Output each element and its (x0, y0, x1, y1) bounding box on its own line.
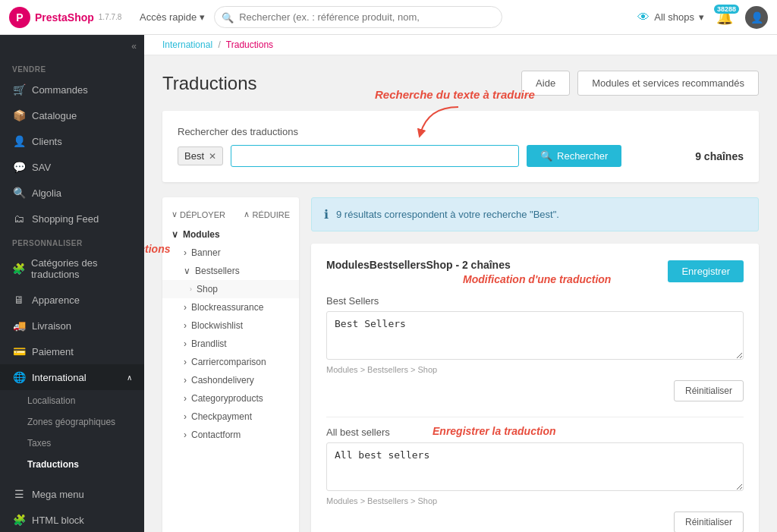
field-label-1: Best Sellers (326, 295, 744, 307)
global-search-input[interactable] (214, 6, 502, 28)
categories-label: Catégories des traductions (31, 257, 132, 280)
search-translations-section: Rechercher des traductions Best ✕ 🔍 Rech… (162, 111, 759, 182)
html-block-icon: 🧩 (12, 514, 26, 526)
main-layout: « VENDRE 🛒 Commandes 📦 Catalogue 👤 Clien… (0, 35, 777, 532)
search-tag-value: Best (184, 150, 204, 162)
notification-badge: 38288 (714, 5, 739, 14)
tree-contactform[interactable]: › Contactform (162, 426, 299, 444)
sidebar: « VENDRE 🛒 Commandes 📦 Catalogue 👤 Clien… (0, 35, 144, 532)
tree-banner[interactable]: › Banner (162, 244, 299, 262)
algolia-label: Algolia (32, 187, 61, 199)
localisation-label: Localisation (27, 395, 75, 406)
notification-bell[interactable]: 🔔 38288 (716, 9, 733, 26)
aide-button[interactable]: Aide (521, 71, 570, 96)
field-block-1: Best Sellers Best Sellers Modules > Best… (326, 295, 744, 401)
sidebar-item-mega-menu[interactable]: ☰ Mega menu (0, 481, 144, 507)
search-translations-input[interactable] (231, 145, 519, 167)
apparence-label: Apparence (32, 294, 80, 306)
tree-cashondelivery[interactable]: › Cashondelivery (162, 371, 299, 389)
modules-recommandes-button[interactable]: Modules et services recommandés (577, 71, 759, 96)
search-icon: 🔍 (540, 150, 552, 162)
field-actions-1: Réinitialiser (326, 380, 744, 401)
sidebar-item-shopping-feed[interactable]: 🗂 Shopping Feed (0, 206, 144, 231)
sidebar-item-international[interactable]: 🌐 International ∧ (0, 364, 144, 390)
search-button-label: Rechercher (557, 150, 608, 162)
mega-menu-icon: ☰ (12, 488, 26, 500)
tree-modules[interactable]: ∨ Modules (162, 225, 299, 244)
sidebar-item-html-block[interactable]: 🧩 HTML block (0, 507, 144, 532)
field-path-1: Modules > Bestsellers > Shop (326, 365, 744, 374)
search-tag: Best ✕ (178, 146, 223, 165)
tree-bestsellers[interactable]: ∨ Bestsellers (162, 262, 299, 280)
quick-access-chevron: ▾ (200, 11, 205, 23)
tree-checkpayment[interactable]: › Checkpayment (162, 408, 299, 426)
tree-brandlist[interactable]: › Brandlist (162, 335, 299, 353)
sidebar-item-algolia[interactable]: 🔍 Algolia (0, 180, 144, 206)
sidebar-item-catalogue[interactable]: 📦 Catalogue (0, 102, 144, 128)
international-label: International (32, 372, 87, 383)
search-label: Rechercher des traductions (178, 126, 744, 137)
content-area: Traductions Aide Modules et services rec… (144, 55, 777, 532)
info-icon: ℹ (324, 207, 329, 222)
international-icon: 🌐 (12, 371, 26, 383)
clients-icon: 👤 (12, 135, 26, 147)
all-shops-chevron: ▾ (699, 11, 704, 23)
livraison-label: Livraison (32, 320, 71, 332)
sidebar-subitem-zones[interactable]: Zones géographiques (0, 411, 144, 433)
tree-blockwishlist[interactable]: › Blockwishlist (162, 316, 299, 335)
sidebar-collapse-button[interactable]: « (0, 35, 144, 58)
logo-area: P PrestaShop 1.7.7.8 (9, 7, 131, 28)
sidebar-item-apparence[interactable]: 🖥 Apparence (0, 287, 144, 313)
quick-access-menu[interactable]: Accès rapide ▾ (140, 11, 205, 23)
all-shops-label: All shops (654, 11, 694, 23)
html-block-label: HTML block (32, 515, 84, 526)
group-title: ModulesBestsellersShop - 2 chaînes (326, 259, 511, 271)
zones-label: Zones géographiques (27, 417, 115, 427)
mega-menu-label: Mega menu (32, 489, 84, 500)
field-label-2: All best sellers (326, 427, 744, 438)
search-tag-clear[interactable]: ✕ (209, 151, 216, 162)
tree-blockreassurance[interactable]: › Blockreassurance (162, 298, 299, 316)
sidebar-item-categories[interactable]: 🧩 Catégories des traductions (0, 250, 144, 287)
enregistrer-top-button[interactable]: Enregistrer (668, 260, 744, 282)
sidebar-item-clients[interactable]: 👤 Clients (0, 128, 144, 154)
field-textarea-2[interactable]: All best sellers (326, 442, 744, 491)
translation-group: ModulesBestsellersShop - 2 chaînes Enreg… (311, 244, 759, 532)
breadcrumb-parent[interactable]: International (162, 39, 212, 50)
search-button[interactable]: 🔍 Rechercher (527, 145, 621, 167)
clients-label: Clients (32, 136, 62, 147)
shopping-feed-icon: 🗂 (12, 212, 26, 225)
sidebar-item-sav[interactable]: 💬 SAV (0, 154, 144, 180)
info-bar: ℹ 9 résultats correspondent à votre rech… (311, 197, 759, 231)
tree-carriercomparison[interactable]: › Carriercomparison (162, 353, 299, 371)
reinitialiser-button-2[interactable]: Réinitialiser (674, 512, 744, 532)
breadcrumb-current: Traductions (226, 39, 273, 50)
personnaliser-section-label: PERSONNALISER (0, 231, 144, 250)
sidebar-item-commandes[interactable]: 🛒 Commandes (0, 77, 144, 102)
logo-version: 1.7.7.8 (99, 13, 122, 21)
reduce-button[interactable]: ∧ RÉDUIRE (244, 209, 290, 219)
deploy-button[interactable]: ∨ DÉPLOYER (171, 209, 225, 219)
sidebar-subitem-traductions[interactable]: Traductions (0, 454, 144, 475)
field-actions-2: Réinitialiser (326, 512, 744, 532)
sidebar-subitem-taxes[interactable]: Taxes (0, 433, 144, 454)
search-annotation-area: Rechercher des traductions Best ✕ 🔍 Rech… (162, 111, 759, 182)
user-avatar[interactable]: 👤 (745, 6, 768, 29)
sav-label: SAV (32, 162, 51, 173)
sidebar-item-paiement[interactable]: 💳 Paiement (0, 338, 144, 364)
logo-icon: P (9, 7, 30, 28)
tree-shop[interactable]: › Shop (162, 280, 299, 298)
catalogue-icon: 📦 (12, 109, 26, 121)
topbar: P PrestaShop 1.7.7.8 Accès rapide ▾ 🔍 👁 … (0, 0, 777, 35)
search-icon: 🔍 (222, 11, 234, 23)
paiement-label: Paiement (32, 346, 74, 357)
page-header: Traductions Aide Modules et services rec… (162, 71, 759, 96)
reinitialiser-button-1[interactable]: Réinitialiser (674, 380, 744, 401)
sidebar-item-livraison[interactable]: 🚚 Livraison (0, 313, 144, 338)
field-textarea-1[interactable]: Best Sellers (326, 311, 744, 360)
sidebar-subitem-localisation[interactable]: Localisation (0, 390, 144, 411)
header-buttons: Aide Modules et services recommandés (521, 71, 759, 96)
all-shops-selector[interactable]: 👁 All shops ▾ (637, 11, 704, 24)
tree-categoryproducts[interactable]: › Categoryproducts (162, 389, 299, 408)
livraison-icon: 🚚 (12, 320, 26, 332)
